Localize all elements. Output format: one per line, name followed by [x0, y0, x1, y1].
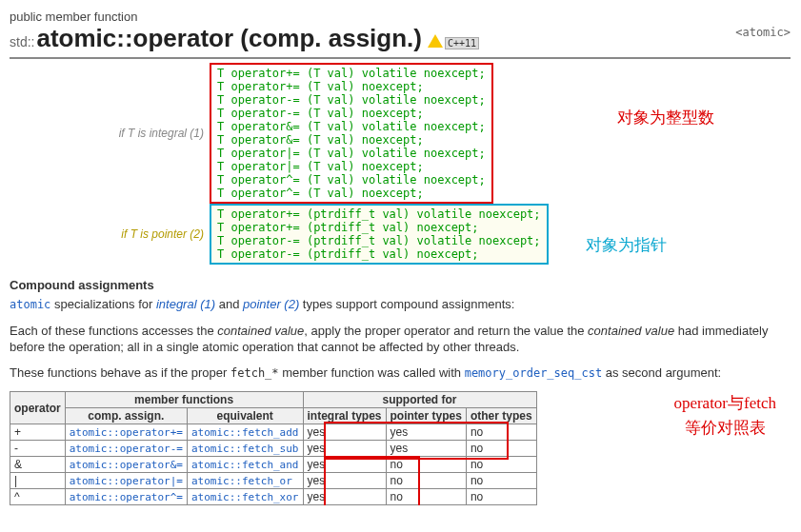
- cell-op: |: [10, 473, 66, 489]
- cell-op: ^: [10, 489, 66, 505]
- table-row: &atomic::operator&=atomic::fetch_andyesn…: [10, 457, 537, 473]
- cell-integral: yes: [303, 473, 386, 489]
- cell-other: no: [466, 441, 536, 457]
- cell-equivalent[interactable]: atomic::fetch_and: [187, 457, 303, 473]
- table-row: ^atomic::operator^=atomic::fetch_xoryesn…: [10, 489, 537, 505]
- cell-comp-assign[interactable]: atomic::operator|=: [65, 473, 187, 489]
- th-operator: operator: [10, 392, 66, 424]
- label-pointer: if T is pointer (2): [10, 204, 210, 265]
- link-seq-cst[interactable]: memory_order_seq_cst: [465, 366, 603, 380]
- cell-equivalent[interactable]: atomic::fetch_xor: [187, 489, 303, 505]
- para-1: atomic specializations for integral (1) …: [10, 296, 791, 313]
- para-2: Each of these functions accesses the con…: [10, 323, 791, 355]
- para-3: These functions behave as if the proper …: [10, 365, 791, 382]
- cell-pointer: yes: [386, 441, 466, 457]
- th-equivalent: equivalent: [187, 408, 303, 424]
- link-integral[interactable]: integral (1): [156, 297, 215, 311]
- operator-table: operator member functions supported for …: [10, 391, 537, 505]
- table-wrap: operator member functions supported for …: [10, 391, 791, 505]
- th-pointer: pointer types: [386, 408, 466, 424]
- th-comp-assign: comp. assign.: [65, 408, 187, 424]
- cell-comp-assign[interactable]: atomic::operator-=: [65, 441, 187, 457]
- header-tag: <atomic>: [735, 26, 791, 39]
- cell-equivalent[interactable]: atomic::fetch_sub: [187, 441, 303, 457]
- th-integral: integral types: [303, 408, 386, 424]
- codebox-pointer: T operator+= (ptrdiff_t val) volatile no…: [210, 204, 549, 265]
- cell-pointer: no: [386, 489, 466, 505]
- cell-integral: yes: [303, 489, 386, 505]
- table-row: -atomic::operator-=atomic::fetch_subyesy…: [10, 441, 537, 457]
- cell-comp-assign[interactable]: atomic::operator+=: [65, 424, 187, 441]
- cell-other: no: [466, 424, 536, 441]
- cell-equivalent[interactable]: atomic::fetch_add: [187, 424, 303, 441]
- cell-integral: yes: [303, 424, 386, 441]
- title-bar: std:: atomic::operator (comp. assign.) C…: [10, 24, 791, 59]
- th-other: other types: [466, 408, 536, 424]
- cell-other: no: [466, 473, 536, 489]
- annotation-table: operator与fetch 等价对照表: [673, 391, 776, 441]
- code-atomic[interactable]: atomic: [10, 298, 50, 311]
- codebox-integral: T operator+= (T val) volatile noexcept; …: [210, 63, 493, 204]
- cell-integral: yes: [303, 441, 386, 457]
- cell-other: no: [466, 489, 536, 505]
- cell-equivalent[interactable]: atomic::fetch_or: [187, 473, 303, 489]
- table-row: |atomic::operator|=atomic::fetch_oryesno…: [10, 473, 537, 489]
- page-title: atomic::operator (comp. assign.): [36, 24, 422, 53]
- signature-block: if T is integral (1) T operator+= (T val…: [10, 63, 791, 265]
- link-pointer[interactable]: pointer (2): [243, 297, 299, 311]
- th-member-functions: member functions: [65, 392, 303, 408]
- label-integral: if T is integral (1): [10, 63, 210, 204]
- th-supported-for: supported for: [303, 392, 536, 408]
- cell-comp-assign[interactable]: atomic::operator^=: [65, 489, 187, 505]
- cell-other: no: [466, 457, 536, 473]
- warning-icon: [428, 34, 443, 48]
- annotation-integral: 对象为整型数: [617, 107, 714, 128]
- cell-op: -: [10, 441, 66, 457]
- cpp11-badge: C++11: [445, 37, 479, 49]
- cell-integral: yes: [303, 457, 386, 473]
- cell-comp-assign[interactable]: atomic::operator&=: [65, 457, 187, 473]
- cell-pointer: no: [386, 457, 466, 473]
- kicker: public member function: [10, 10, 791, 24]
- table-row: +atomic::operator+=atomic::fetch_addyesy…: [10, 424, 537, 441]
- cell-pointer: no: [386, 473, 466, 489]
- namespace-label: std::: [10, 34, 34, 49]
- section-heading: Compound assignments: [10, 278, 791, 292]
- cell-op: &: [10, 457, 66, 473]
- cell-pointer: yes: [386, 424, 466, 441]
- cell-op: +: [10, 424, 66, 441]
- annotation-pointer: 对象为指针: [586, 234, 667, 256]
